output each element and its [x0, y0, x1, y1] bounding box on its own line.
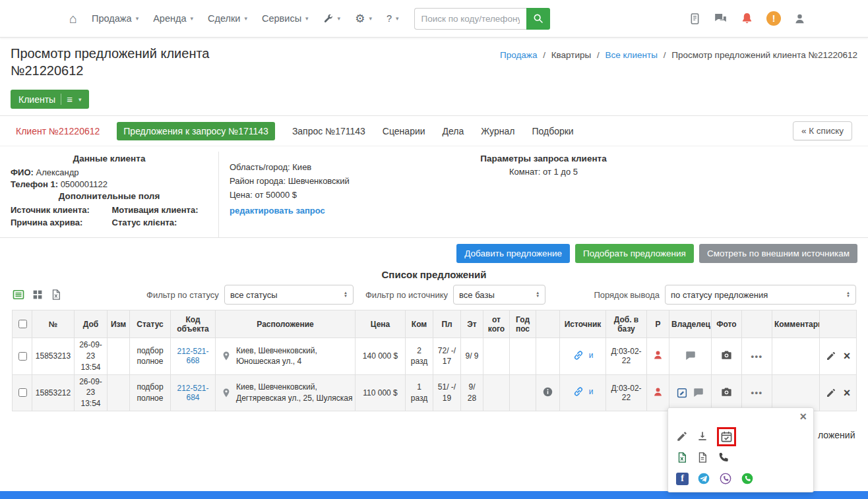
offer-actions-cell: × — [820, 338, 857, 374]
facebook-icon[interactable]: f — [676, 473, 689, 485]
notifications-button[interactable] — [740, 12, 754, 26]
nav-menu-rent[interactable]: Аренда▾ — [146, 8, 201, 29]
table-header: № Доб Изм Статус Код объекта Расположени… — [13, 310, 857, 338]
header-year: Год пос — [510, 310, 536, 338]
tab-offers-to-request[interactable]: Предложения к запросу №171143 — [117, 122, 275, 140]
journal-shortcut-button[interactable] — [689, 13, 701, 25]
row-checkbox[interactable] — [18, 352, 27, 361]
info-icon[interactable] — [542, 386, 553, 397]
source-letter: и — [589, 387, 594, 396]
camera-icon[interactable] — [720, 349, 733, 361]
download-icon[interactable] — [697, 430, 708, 442]
row-checkbox[interactable] — [18, 388, 27, 397]
match-offers-button[interactable]: Подобрать предложения — [575, 244, 694, 263]
camera-icon[interactable] — [720, 386, 733, 398]
add-offer-button[interactable]: Добавить предложение — [456, 244, 570, 263]
edit-icon[interactable] — [826, 351, 836, 361]
profile-button[interactable] — [793, 13, 806, 25]
breadcrumb-item-current: Просмотр предложений клиента №21220612 — [671, 50, 857, 60]
client-fio-line: ФИО: Александр — [11, 167, 208, 177]
nav-menu-services-label: Сервисы — [262, 13, 301, 24]
client-phone-line: Телефон 1: 0500001122 — [11, 179, 208, 189]
offer-r-cell — [647, 338, 669, 374]
nav-menu-settings[interactable]: ⚙▾ — [348, 8, 379, 30]
close-icon[interactable]: × — [799, 410, 807, 424]
tab-deals[interactable]: Дела — [443, 126, 464, 136]
offer-source-cell: и — [560, 374, 606, 411]
whatsapp-icon[interactable] — [741, 472, 754, 485]
delete-icon[interactable]: × — [844, 387, 851, 399]
comment-bubble-icon[interactable] — [685, 350, 697, 362]
header-status: Статус — [130, 310, 171, 338]
back-to-list-button[interactable]: « К списку — [793, 121, 852, 140]
alerts-button[interactable]: ! — [766, 11, 781, 26]
page-header: Просмотр предложений клиента №21220612 П… — [0, 38, 868, 83]
breadcrumb-link-all-clients[interactable]: Все клиенты — [605, 50, 658, 60]
more-actions-button[interactable]: ••• — [751, 351, 762, 361]
header-location: Расположение — [216, 310, 356, 338]
messages-button[interactable] — [714, 12, 728, 26]
popup-row-1 — [676, 426, 807, 447]
hamburger-icon: ≡ — [67, 94, 73, 104]
grid-view-icon[interactable] — [32, 289, 44, 301]
map-pin-icon[interactable] — [221, 351, 232, 361]
breadcrumb-link-sales[interactable]: Продажа — [500, 50, 537, 60]
nav-menu-help[interactable]: ?▾ — [379, 8, 406, 29]
tab-request[interactable]: Запрос №171143 — [292, 126, 365, 136]
call-icon[interactable] — [717, 452, 729, 463]
search-input[interactable] — [414, 8, 526, 30]
nav-menu-deals[interactable]: Сделки▾ — [201, 8, 255, 29]
filter-status-value: все статусы — [230, 290, 278, 300]
edit-request-link[interactable]: редактировать запрос — [230, 204, 325, 218]
excel-file-icon[interactable] — [676, 452, 688, 463]
tab-collections[interactable]: Подборки — [532, 126, 573, 136]
object-code-link[interactable]: 212-521-668 — [177, 347, 208, 365]
telegram-icon[interactable] — [697, 472, 710, 485]
chevron-down-icon: ▾ — [305, 15, 309, 22]
client-info-section: Данные клиента ФИО: Александр Телефон 1:… — [0, 146, 868, 238]
select-arrows-icon: ▲▼ — [846, 291, 850, 298]
results-count-text: ложений — [818, 430, 855, 440]
owner-person-icon[interactable] — [652, 386, 664, 397]
offer-year — [510, 374, 536, 411]
comment-bubble-icon[interactable] — [693, 387, 704, 399]
bell-icon — [740, 12, 754, 26]
nav-menu-sales[interactable]: Продажа▾ — [84, 8, 146, 29]
tab-scenarios[interactable]: Сценарии — [383, 126, 425, 136]
nav-menu-tools[interactable]: ▾ — [316, 8, 348, 29]
fio-label: ФИО: — [11, 167, 34, 177]
map-pin-icon[interactable] — [221, 388, 232, 398]
list-view-icon[interactable] — [12, 288, 25, 301]
home-button[interactable]: ⌂ — [62, 7, 84, 30]
order-select[interactable]: по статусу предложения ▲▼ — [665, 285, 856, 305]
pdf-file-icon[interactable] — [697, 452, 708, 463]
filter-status-select[interactable]: все статусы ▲▼ — [224, 285, 354, 305]
viber-icon[interactable] — [719, 472, 732, 485]
offer-price: 140 000 $ — [356, 338, 406, 374]
edit-icon[interactable] — [676, 430, 688, 442]
clients-menu-button[interactable]: Клиенты ≡ ▾ — [11, 90, 89, 109]
order-value: по статусу предложения — [671, 290, 768, 300]
more-actions-button[interactable]: ••• — [751, 388, 762, 397]
tab-journal[interactable]: Журнал — [481, 126, 514, 136]
edit-icon[interactable] — [826, 388, 836, 398]
request-params-column: Область/город: Киев Район города: Шевчен… — [219, 152, 868, 237]
tab-client[interactable]: Клиент №21220612 — [16, 126, 100, 136]
calendar-check-icon[interactable] — [720, 430, 733, 443]
journal-note-icon[interactable] — [676, 387, 688, 399]
external-link-icon[interactable] — [573, 349, 584, 361]
external-sources-button[interactable]: Смотреть по внешним источникам — [699, 244, 857, 263]
excel-export-icon[interactable] — [50, 289, 62, 301]
delete-icon[interactable]: × — [844, 350, 851, 362]
external-link-icon[interactable] — [573, 386, 584, 397]
object-code-link[interactable]: 212-521-684 — [177, 384, 208, 402]
archive-reason-label: Причина ахрива: — [11, 218, 107, 227]
header-owner: Владелец — [669, 310, 712, 338]
extra-fields-header: Дополнительные поля — [11, 191, 208, 201]
select-all-checkbox[interactable] — [18, 320, 27, 328]
filter-source-select[interactable]: все базы ▲▼ — [453, 285, 545, 305]
search-button[interactable] — [526, 8, 550, 30]
nav-menu-services[interactable]: Сервисы▾ — [255, 8, 316, 29]
header-checkbox-cell — [13, 310, 32, 338]
owner-person-icon[interactable] — [652, 349, 664, 361]
